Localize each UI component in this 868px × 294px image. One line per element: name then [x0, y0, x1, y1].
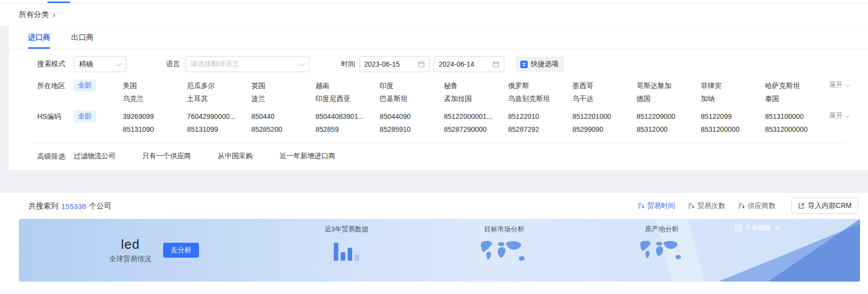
start-date-value: 2023-06-15	[364, 60, 400, 68]
region-option[interactable]: 孟加拉国	[444, 92, 508, 105]
advanced-filter-option[interactable]: 从中国采购	[218, 152, 253, 161]
region-option[interactable]: 乌克兰	[123, 92, 187, 105]
hs-code-option[interactable]: 85287292	[508, 123, 573, 136]
chevron-down-icon	[299, 61, 304, 66]
region-option[interactable]: 哥斯达黎加	[637, 79, 701, 92]
region-option[interactable]: 巴基斯坦	[380, 92, 444, 105]
sort-supplier-count[interactable]: 供应商数	[738, 201, 775, 210]
banner-col-target-market: 目标市场分析	[425, 219, 583, 282]
banner-subtitle: 全球贸易情况	[109, 255, 151, 264]
hs-code-options: 3926909976042990000...85044085044083901.…	[123, 110, 829, 136]
analyze-button[interactable]: 去分析	[163, 243, 199, 258]
trade-analysis-banner: led 全球贸易情况 去分析 近3年贸易数据 目标市场分析 原产地分析	[19, 219, 860, 282]
hs-code-option[interactable]: 85122099	[701, 110, 765, 123]
hs-code-option[interactable]: 8512209000	[637, 110, 701, 123]
region-option[interactable]: 印度	[380, 79, 444, 92]
dont-remind-label: 不再提醒	[745, 223, 771, 232]
region-option[interactable]: 菲律宾	[701, 79, 765, 92]
hs-code-option[interactable]: 85044083901...	[315, 110, 380, 123]
end-date-input[interactable]: 2024-06-14	[434, 56, 504, 72]
breadcrumb-label: 所有分类	[19, 10, 49, 19]
region-option[interactable]: 哈萨克斯坦	[765, 79, 829, 92]
search-mode-label: 搜索模式	[37, 60, 65, 69]
advanced-filter-label: 高级筛选	[37, 150, 70, 163]
region-option[interactable]: 越南	[315, 79, 380, 92]
results-toolbar: 贸易时间 贸易次数 供应商数 导入内部CRM	[638, 198, 858, 214]
expand-label: 展开	[829, 81, 843, 90]
sort-trade-time[interactable]: 贸易时间	[638, 201, 675, 210]
end-date-value: 2024-06-14	[439, 60, 475, 68]
region-expand-link[interactable]: 展开	[829, 81, 868, 90]
language-placeholder: 请选择翻译语言	[191, 60, 239, 69]
region-option[interactable]: 英国	[251, 79, 315, 92]
hs-code-option[interactable]: 8513100000	[765, 110, 829, 123]
hs-code-option[interactable]: 8512201000	[573, 110, 637, 123]
hs-code-option[interactable]: 85287290000	[444, 123, 508, 136]
region-label: 所在地区	[37, 79, 70, 92]
region-option[interactable]: 墨西哥	[573, 79, 637, 92]
start-date-input[interactable]: 2023-06-15	[359, 56, 430, 72]
hs-code-option[interactable]: 85285200	[251, 123, 315, 136]
hs-code-option[interactable]: 85122010	[508, 110, 573, 123]
expand-label: 展开	[829, 111, 843, 120]
time-label: 时间	[341, 60, 355, 69]
region-option[interactable]: 俄罗斯	[508, 79, 573, 92]
sort-icon	[688, 203, 695, 209]
hs-code-option[interactable]: 85122000001...	[444, 110, 508, 123]
hs-code-option[interactable]: 85131090	[123, 123, 187, 136]
hs-code-option[interactable]: 85312000000	[765, 123, 829, 136]
hs-code-option[interactable]: 852859	[315, 123, 380, 136]
region-option[interactable]: 德国	[637, 92, 701, 105]
region-option[interactable]: 秘鲁	[444, 79, 508, 92]
banner-col-origin: 原产地分析	[583, 219, 741, 282]
top-active-tab-indicator	[47, 1, 70, 3]
import-crm-button[interactable]: 导入内部CRM	[791, 198, 858, 214]
region-option[interactable]: 印度尼西亚	[315, 92, 380, 105]
importer-exporter-tabs: 进口商 出口商	[9, 26, 868, 49]
advanced-filter-option[interactable]: 只有一个供应商	[142, 152, 191, 161]
region-option[interactable]: 土耳其	[187, 92, 251, 105]
region-option[interactable]: 厄瓜多尔	[187, 79, 251, 92]
dont-remind-checkbox[interactable]	[735, 225, 742, 231]
hs-code-option[interactable]: 85312000	[637, 123, 701, 136]
advanced-filter-option[interactable]: 过滤物流公司	[74, 152, 115, 161]
region-option[interactable]: 乌兹别克斯坦	[508, 92, 573, 105]
sort-icon	[638, 203, 645, 209]
tab-exporters[interactable]: 出口商	[71, 26, 94, 49]
region-option[interactable]: 乌干达	[573, 92, 637, 105]
hs-code-option[interactable]: 85285910	[380, 123, 444, 136]
region-option[interactable]: 波兰	[251, 92, 315, 105]
hs-code-facet-row: HS编码 全部 3926909976042990000...8504408504…	[9, 106, 868, 137]
advanced-filter-option[interactable]: 近一年新增进口商	[280, 152, 335, 161]
region-option[interactable]: 美国	[123, 79, 187, 92]
hs-code-option[interactable]: 39269099	[123, 110, 187, 123]
advanced-filter-row: 高级筛选 过滤物流公司只有一个供应商从中国采购近一年新增进口商	[9, 143, 868, 170]
close-icon[interactable]: ✕	[774, 224, 780, 231]
hs-code-expand-link[interactable]: 展开	[829, 111, 868, 120]
calendar-icon	[492, 61, 499, 68]
hs-code-option[interactable]: 850440	[251, 110, 315, 123]
breadcrumb[interactable]: 所有分类 ›	[0, 3, 868, 26]
hs-code-option[interactable]: 76042990000...	[187, 110, 251, 123]
hs-code-all-chip[interactable]: 全部	[74, 110, 96, 122]
quick-options-button[interactable]: 快捷选项	[515, 57, 564, 72]
export-icon	[798, 202, 805, 209]
hs-code-option[interactable]: 8531200000	[701, 123, 765, 136]
hs-code-option[interactable]: 85299090	[573, 123, 637, 136]
language-select[interactable]: 请选择翻译语言	[185, 56, 309, 72]
chevron-down-icon	[116, 61, 121, 66]
results-count-suffix: 个公司	[89, 201, 111, 211]
search-mode-value: 精确	[79, 60, 93, 69]
tab-importers[interactable]: 进口商	[28, 26, 50, 49]
chevron-down-icon	[845, 113, 850, 118]
region-option[interactable]: 加纳	[701, 92, 765, 105]
hs-code-option[interactable]: 85131099	[187, 123, 251, 136]
hs-code-option[interactable]: 85044090	[380, 110, 444, 123]
search-mode-select[interactable]: 精确	[74, 56, 126, 72]
results-count-prefix: 共搜索到	[28, 201, 58, 211]
region-all-chip[interactable]: 全部	[74, 80, 96, 92]
sort-trade-count[interactable]: 贸易次数	[688, 201, 725, 210]
banner-col-trade-data: 近3年贸易数据	[268, 219, 425, 282]
world-map-icon	[477, 239, 532, 266]
region-option[interactable]: 泰国	[765, 92, 829, 105]
